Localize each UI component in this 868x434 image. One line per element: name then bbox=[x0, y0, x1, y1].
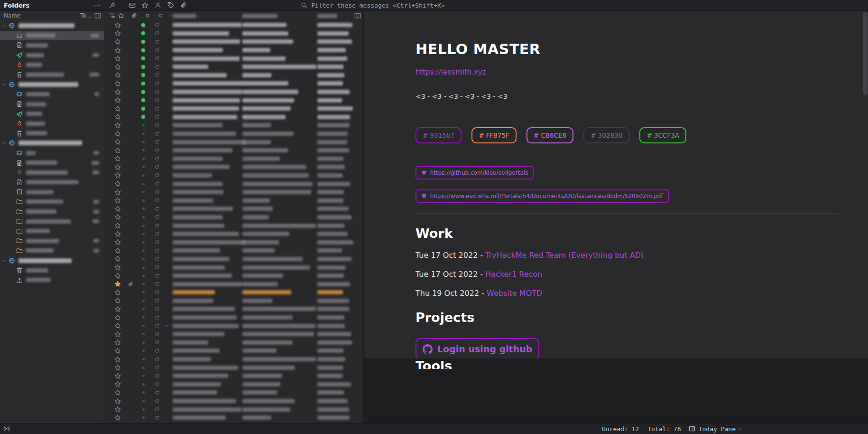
tag-filter-icon[interactable] bbox=[166, 1, 175, 9]
folder-row[interactable] bbox=[0, 60, 104, 70]
message-row[interactable] bbox=[105, 255, 363, 264]
message-row[interactable] bbox=[105, 288, 363, 297]
star-empty-icon[interactable] bbox=[114, 139, 121, 145]
total-column-header[interactable]: To... bbox=[80, 12, 92, 19]
star-empty-icon[interactable] bbox=[114, 64, 121, 70]
unread-dot-icon[interactable] bbox=[141, 73, 145, 77]
star-empty-icon[interactable] bbox=[114, 247, 121, 254]
star-empty-icon[interactable] bbox=[114, 255, 121, 262]
folder-account-row[interactable] bbox=[0, 80, 104, 90]
star-empty-icon[interactable] bbox=[114, 322, 121, 329]
message-row[interactable] bbox=[105, 388, 363, 397]
unread-dot-icon[interactable] bbox=[141, 31, 145, 35]
message-row[interactable] bbox=[105, 46, 363, 55]
star-empty-icon[interactable] bbox=[114, 206, 121, 212]
star-empty-icon[interactable] bbox=[114, 314, 121, 321]
unread-dot-icon[interactable] bbox=[141, 57, 145, 60]
junk-toggle-icon[interactable] bbox=[154, 331, 160, 337]
folder-row[interactable] bbox=[0, 275, 104, 285]
junk-toggle-icon[interactable] bbox=[154, 189, 160, 195]
star-empty-icon[interactable] bbox=[114, 273, 121, 279]
subject-column-label-redacted[interactable] bbox=[173, 14, 196, 18]
message-row[interactable] bbox=[105, 205, 363, 213]
color-chip[interactable]: # 302830 bbox=[583, 127, 629, 143]
unread-dot-icon[interactable] bbox=[141, 115, 145, 119]
unread-dot-icon[interactable] bbox=[141, 90, 145, 94]
message-row[interactable] bbox=[105, 79, 363, 88]
junk-toggle-icon[interactable] bbox=[154, 172, 160, 178]
folder-row[interactable] bbox=[0, 178, 104, 188]
message-row[interactable] bbox=[105, 297, 363, 305]
message-row[interactable] bbox=[105, 221, 363, 230]
read-dot-icon[interactable] bbox=[141, 416, 145, 420]
read-dot-icon[interactable] bbox=[141, 190, 145, 194]
unread-dot-icon[interactable] bbox=[141, 107, 145, 111]
expander-icon[interactable] bbox=[2, 141, 8, 145]
junk-toggle-icon[interactable] bbox=[154, 56, 160, 61]
star-empty-icon[interactable] bbox=[114, 147, 121, 154]
message-row[interactable] bbox=[105, 88, 363, 96]
folder-row[interactable] bbox=[0, 109, 104, 119]
junk-toggle-icon[interactable] bbox=[154, 81, 160, 86]
color-chip[interactable]: # CB6CE6 bbox=[526, 127, 573, 143]
junk-toggle-icon[interactable] bbox=[154, 198, 160, 203]
junk-toggle-icon[interactable] bbox=[154, 106, 160, 112]
junk-toggle-icon[interactable] bbox=[154, 348, 160, 354]
read-dot-icon[interactable] bbox=[141, 157, 145, 160]
name-column-header[interactable]: Name bbox=[4, 12, 20, 19]
message-row[interactable] bbox=[105, 71, 363, 80]
folder-row[interactable] bbox=[0, 207, 104, 217]
message-row[interactable] bbox=[105, 380, 363, 389]
folder-pane-menu-icon[interactable]: ··· bbox=[94, 2, 101, 9]
read-dot-icon[interactable] bbox=[141, 374, 145, 378]
message-row[interactable] bbox=[105, 414, 363, 422]
junk-toggle-icon[interactable] bbox=[154, 181, 160, 187]
read-dot-icon[interactable] bbox=[141, 366, 145, 369]
message-row[interactable] bbox=[105, 104, 363, 113]
message-row[interactable] bbox=[105, 313, 363, 322]
star-empty-icon[interactable] bbox=[114, 197, 121, 204]
unread-dot-icon[interactable] bbox=[141, 48, 145, 52]
star-empty-icon[interactable] bbox=[114, 348, 121, 354]
star-empty-icon[interactable] bbox=[114, 172, 121, 179]
message-row[interactable] bbox=[105, 188, 363, 197]
star-empty-icon[interactable] bbox=[114, 155, 121, 162]
message-row[interactable] bbox=[105, 363, 363, 372]
star-empty-icon[interactable] bbox=[114, 180, 121, 187]
pin-icon[interactable] bbox=[108, 1, 117, 9]
folder-account-row[interactable] bbox=[0, 138, 104, 148]
junk-toggle-icon[interactable] bbox=[154, 298, 160, 303]
junk-toggle-icon[interactable] bbox=[154, 357, 160, 362]
message-row[interactable] bbox=[105, 280, 363, 288]
junk-toggle-icon[interactable] bbox=[154, 72, 160, 78]
folder-account-row[interactable] bbox=[0, 21, 104, 31]
expander-icon[interactable] bbox=[2, 82, 8, 87]
star-empty-icon[interactable] bbox=[114, 164, 121, 170]
star-empty-icon[interactable] bbox=[114, 222, 121, 229]
work-item-link[interactable]: TryHackMe Red Team (Everything but AD) bbox=[485, 251, 644, 260]
message-row[interactable] bbox=[105, 305, 363, 313]
read-dot-icon[interactable] bbox=[141, 165, 145, 169]
folder-row[interactable] bbox=[0, 40, 104, 50]
heart-link-button[interactable]: ♥https://github.com/kleo/evilportals bbox=[416, 166, 534, 179]
message-row[interactable] bbox=[105, 146, 363, 155]
folder-row[interactable] bbox=[0, 129, 104, 139]
junk-toggle-icon[interactable] bbox=[154, 248, 160, 254]
attachment-filter-icon[interactable] bbox=[179, 1, 188, 9]
folder-row[interactable] bbox=[0, 217, 104, 226]
message-row[interactable] bbox=[105, 196, 363, 205]
expander-icon[interactable] bbox=[2, 23, 8, 28]
star-empty-icon[interactable] bbox=[114, 289, 121, 296]
message-row[interactable] bbox=[105, 171, 363, 180]
message-row[interactable] bbox=[105, 330, 363, 339]
message-row[interactable] bbox=[105, 138, 363, 146]
junk-toggle-icon[interactable] bbox=[154, 47, 160, 53]
message-row[interactable] bbox=[105, 213, 363, 222]
star-empty-icon[interactable] bbox=[114, 264, 121, 271]
message-row[interactable] bbox=[105, 29, 363, 38]
color-chip[interactable]: # 9315b7 bbox=[416, 127, 462, 143]
star-empty-icon[interactable] bbox=[114, 364, 121, 371]
read-dot-icon[interactable] bbox=[141, 182, 145, 186]
message-row[interactable] bbox=[105, 38, 363, 46]
read-dot-icon[interactable] bbox=[141, 173, 145, 177]
